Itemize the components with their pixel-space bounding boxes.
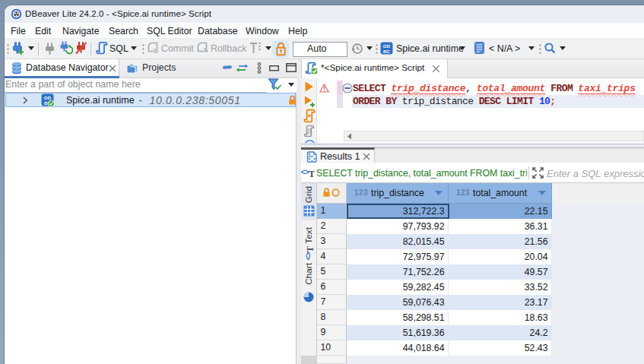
svg-text:T: T xyxy=(304,246,315,253)
svg-text:BC: BC xyxy=(383,49,390,54)
svg-text:<>: <> xyxy=(303,252,312,260)
svg-text:T: T xyxy=(309,168,316,179)
svg-text:OD: OD xyxy=(44,95,52,100)
svg-text:OD: OD xyxy=(383,43,391,49)
